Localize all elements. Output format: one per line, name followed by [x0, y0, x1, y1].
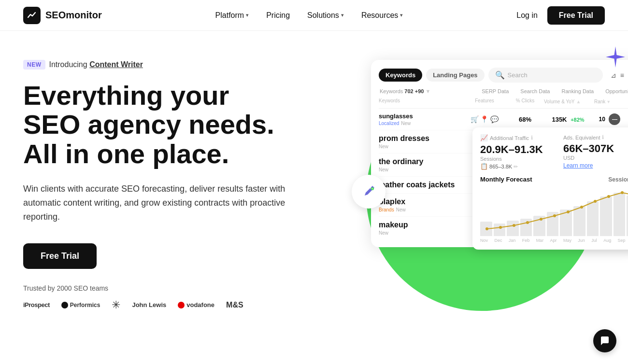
search-data-label: Search Data — [520, 88, 550, 94]
nav-trial-button[interactable]: Free Trial — [547, 6, 605, 25]
bar-1 — [480, 222, 492, 236]
sparkle-icon — [604, 45, 627, 70]
landing-pages-tab[interactable]: Landing Pages — [426, 69, 484, 82]
logo[interactable]: SEOmonitor — [23, 7, 102, 24]
brand-iprospect: iProspect — [23, 301, 50, 308]
col-volume: Volume & YoY ▲ — [544, 98, 592, 105]
brand-johnlewis: John Lewis — [132, 301, 166, 308]
ads-metric: Ads. Equivalent ℹ 66K–307K USD Learn mor… — [563, 134, 628, 170]
bar-7 — [560, 210, 572, 236]
chart-labels: Nov Dec Jan Feb Mar Apr May Jun Jul Aug … — [480, 238, 628, 243]
info-icon: ℹ — [531, 135, 533, 141]
trusted-text: Trusted by 2000 SEO teams — [23, 284, 313, 292]
login-button[interactable]: Log in — [516, 11, 538, 20]
pct-clicks: 68% — [508, 116, 542, 123]
columns-icon[interactable]: ≡ — [620, 71, 624, 79]
search-placeholder: Search — [508, 71, 528, 79]
bar-10 — [600, 196, 612, 236]
hero-title: Everything your SEO agency needs. All in… — [23, 81, 313, 168]
hero-section: NEW Introducing Content Writer Everythin… — [0, 31, 628, 311]
bar-8 — [573, 206, 585, 236]
db-action-icons: ⊿ ≡ ↻ — [611, 71, 628, 79]
chevron-down-icon: ▾ — [400, 12, 403, 18]
traffic-range: 📋 865–3.8K ✏ — [480, 163, 556, 170]
ads-value: 66K–307K — [563, 142, 628, 155]
new-badge: NEW Introducing Content Writer — [23, 60, 143, 70]
bar-6 — [547, 212, 559, 236]
serp-data-label: SERP Data — [482, 88, 509, 94]
volume: 135K +82% — [544, 116, 592, 123]
dashboard-wrapper: Keywords Landing Pages 🔍 Search ⊿ ≡ ↻ Ke… — [342, 60, 628, 247]
bar-11 — [614, 193, 626, 236]
db-topbar: Keywords Landing Pages 🔍 Search ⊿ ≡ ↻ — [379, 68, 628, 83]
hero-subtitle: Win clients with accurate SEO forecastin… — [23, 182, 294, 224]
brand-performics: Performics — [61, 302, 100, 308]
col-rank: Rank ▼ — [594, 98, 625, 105]
logo-text: SEOmonitor — [45, 10, 102, 21]
rank: 10 — — [594, 113, 625, 125]
hero-left: NEW Introducing Content Writer Everythin… — [23, 60, 313, 311]
opportunity-label: Opportunity — [605, 88, 628, 94]
feature-icons: 🛒 📍 💬 — [471, 115, 499, 123]
ranking-data-label: Ranking Data — [561, 88, 594, 94]
content-writer-link[interactable]: Content Writer — [89, 60, 143, 69]
search-icon: 🔍 — [495, 70, 505, 80]
badge-intro-text: Introducing Content Writer — [49, 60, 143, 69]
forecast-chart — [480, 188, 628, 236]
brand-asterisk: ✳ — [112, 299, 120, 311]
keywords-count-label: Keywords 702 +90 ▼ — [380, 88, 430, 94]
navbar: SEOmonitor Platform ▾ Pricing Solutions … — [0, 0, 628, 31]
bar-3 — [507, 221, 519, 236]
ads-unit: USD — [563, 155, 628, 161]
chat-bubble[interactable] — [593, 329, 616, 352]
nav-pricing[interactable]: Pricing — [266, 11, 290, 20]
brand-vodafone: vodafone — [178, 301, 214, 308]
info-icon-ads: ℹ — [602, 134, 604, 140]
chevron-down-icon: ▾ — [246, 12, 249, 18]
traffic-value: 20.9K–91.3K — [480, 143, 556, 156]
keyword-name: sunglasses — [379, 112, 461, 120]
brand-logos: iProspect Performics ✳ John Lewis vodafo… — [23, 299, 313, 311]
chevron-down-icon: ▾ — [341, 12, 344, 18]
keywords-tab[interactable]: Keywords — [379, 69, 422, 82]
bar-9 — [587, 201, 599, 236]
nav-links: Platform ▾ Pricing Solutions ▾ Resources… — [215, 11, 403, 20]
learn-more-link[interactable]: Learn more — [563, 162, 593, 169]
filter-icon[interactable]: ⊿ — [611, 71, 616, 79]
nav-resources[interactable]: Resources ▾ — [361, 11, 403, 20]
tooltip-metrics: 📈 Additional Traffic ℹ 20.9K–91.3K Sessi… — [480, 134, 628, 170]
col-features: Features — [463, 98, 506, 105]
col-keywords: Keywords — [379, 98, 461, 105]
brand-ms: M&S — [226, 301, 243, 309]
sessions-selector[interactable]: Sessions ▾ — [608, 176, 628, 183]
forecast-title: Monthly Forecast — [480, 176, 532, 183]
hero-trial-button[interactable]: Free Trial — [23, 243, 97, 269]
col-clicks: % Clicks — [508, 98, 542, 105]
pencil-bubble — [352, 175, 385, 209]
bar-5 — [533, 216, 545, 236]
tooltip-card: 📈 Additional Traffic ℹ 20.9K–91.3K Sessi… — [472, 127, 628, 250]
chart-icon: 📈 — [480, 134, 488, 141]
logo-icon — [23, 7, 41, 24]
search-bar[interactable]: 🔍 Search — [488, 68, 603, 83]
hero-right: Keywords Landing Pages 🔍 Search ⊿ ≡ ↻ Ke… — [342, 60, 628, 247]
bar-2 — [494, 224, 506, 236]
nav-solutions[interactable]: Solutions ▾ — [307, 11, 344, 20]
forecast-section: Monthly Forecast Sessions ▾ — [480, 176, 628, 243]
bar-4 — [520, 219, 532, 236]
performics-icon — [61, 302, 68, 308]
traffic-unit: Sessions — [480, 156, 556, 162]
traffic-metric: 📈 Additional Traffic ℹ 20.9K–91.3K Sessi… — [480, 134, 556, 170]
nav-platform[interactable]: Platform ▾ — [215, 11, 249, 20]
nav-actions: Log in Free Trial — [516, 6, 605, 25]
badge-new-tag: NEW — [23, 60, 45, 70]
